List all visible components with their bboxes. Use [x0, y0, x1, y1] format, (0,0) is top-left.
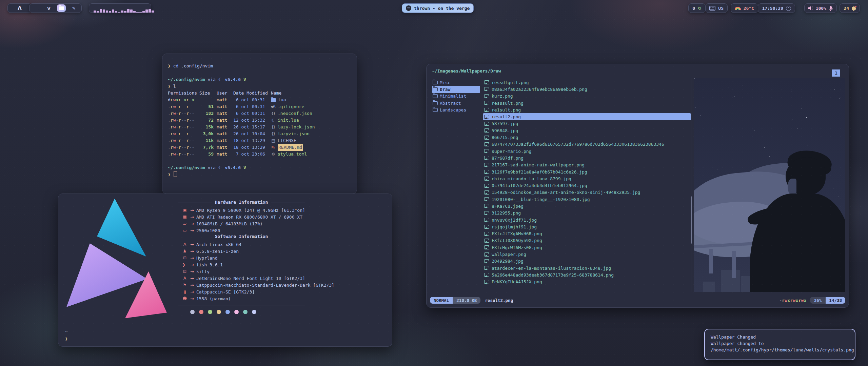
image-icon [484, 204, 489, 208]
active-window-title-widget[interactable]: thrown - on the verge [402, 3, 474, 13]
file-item[interactable]: FXfcII0X0AQyn9X.png [483, 237, 691, 244]
json-icon: {} [271, 110, 276, 117]
folder-icon [59, 6, 64, 10]
logo-triangle-purple [66, 243, 147, 307]
image-icon [484, 273, 489, 277]
fetch-info-row: ☻→1558 (pacman) [178, 295, 305, 302]
file-item[interactable]: ressdfgult.png [483, 79, 691, 86]
folder-open-icon [433, 101, 438, 105]
image-icon [484, 190, 489, 195]
file-item[interactable]: super-mario.png [483, 148, 691, 155]
keyboard-icon [709, 6, 715, 11]
image-icon [484, 218, 489, 222]
file-item[interactable]: 154928-odinokoe_anime-art-anime-okno-sin… [483, 189, 691, 196]
weather-widget[interactable]: 26°C [731, 3, 758, 13]
keyboard-layout-widget[interactable]: US [705, 3, 728, 13]
workspace-paint[interactable]: ✎ [70, 6, 78, 11]
workspace-vim[interactable]: V [45, 6, 53, 11]
clock-widget[interactable]: 17:50:29 [758, 3, 795, 13]
updates-widget[interactable]: 0 ↻ [688, 3, 706, 13]
selected-file-name: result2.png [485, 298, 513, 303]
sidebar-item-minimalist[interactable]: Minimalist [432, 93, 480, 100]
hardware-rows: ▣→AMD Ryzen 9 5900X (24) @ 4.9GHz [61.3°… [178, 207, 305, 234]
file-item[interactable]: 3126f7e9bbf21a8a4af0b67b041c6e26.jpg [483, 168, 691, 175]
app-launcher-button[interactable]: Λ [7, 3, 32, 13]
scrollbar-thumb[interactable] [691, 196, 692, 244]
file-item[interactable]: 19201080-__blue-tinge__-1920×1080.jpg [483, 196, 691, 203]
tab-indicator[interactable]: 1 [832, 69, 840, 77]
file-item[interactable]: nnvuv0xj2df71.jpg [483, 217, 691, 223]
sidebar-item-misc[interactable]: Misc [432, 79, 480, 86]
file-item[interactable]: EeNKYgIUcAAJ5JX.png [483, 279, 691, 285]
image-icon [484, 94, 489, 98]
notification-title: Wallpaper Changed [711, 334, 849, 340]
file-item[interactable]: resssult.png [483, 100, 691, 106]
star [769, 156, 770, 157]
file-item[interactable]: FXfcJlTXgAMvH6R.png [483, 230, 691, 237]
star [754, 130, 754, 130]
column-divider [691, 78, 691, 292]
terminal-window[interactable]: ❯ cd .config/nvim ~/.config/nvim via ☾ v… [162, 54, 357, 194]
star [838, 197, 839, 197]
file-item[interactable]: 0c794faf07de24a4db4d4fb1eb813964.jpg [483, 182, 691, 189]
preview-building [703, 282, 715, 292]
terminal-command-line: ❯ l [168, 83, 357, 90]
logo-triangle-cyan [97, 199, 146, 262]
file-item[interactable]: 596848.jpg [483, 127, 691, 134]
shell-prompt[interactable]: ~ ❯ [65, 328, 68, 342]
image-icon [484, 108, 489, 112]
file-item[interactable]: 68747470733a2f2f696d616765732d7769786d70… [483, 141, 691, 148]
ls-row: .rw-r--r--72matt12 oct 15:32☾init.lua [168, 117, 357, 124]
file-item[interactable]: 866715.png [483, 134, 691, 141]
prompt-status-line: ~/.config/nvim via ☾ v5.4.6 V [168, 76, 357, 83]
file-item[interactable]: wallpaper.png [483, 251, 691, 258]
file-item[interactable]: 8FKa7Cu.jpeg [483, 203, 691, 209]
spotify-icon [406, 5, 411, 11]
terminal-prompt[interactable]: ❯ [168, 171, 357, 178]
star [701, 115, 701, 116]
file-item[interactable]: 87r687df.png [483, 155, 691, 161]
file-manager-window[interactable]: ~/Imagenes/Wallpapers/Draw 1 MiscDrawMin… [426, 64, 849, 308]
notifications-widget[interactable]: 24 [840, 3, 860, 13]
star [801, 108, 802, 109]
git-icon: git [271, 103, 276, 110]
fetch-info-row: ❯_→fish 3.6.1 [178, 261, 305, 268]
notification-toast[interactable]: Wallpaper Changed Wallpaper changed to /… [704, 329, 855, 360]
star [806, 117, 807, 118]
volume-widget[interactable]: 100% [804, 3, 837, 13]
file-item[interactable]: rsjqojlmjhf91.jpg [483, 223, 691, 230]
folder-icon [271, 98, 276, 102]
star [695, 107, 696, 107]
file-item[interactable]: result2.png [483, 113, 691, 120]
json-icon: {} [271, 124, 276, 130]
gear-icon: ⚙ [271, 151, 276, 158]
sidebar-item-abstract[interactable]: Abstract [432, 100, 480, 106]
image-icon [484, 156, 489, 160]
ls-row: .rw-r--r--15kmatt26 oct 15:17{}lazy-lock… [168, 124, 357, 130]
file-item[interactable]: 3122955.png [483, 210, 691, 217]
file-item[interactable]: re1sult.png [483, 106, 691, 113]
sidebar-item-draw[interactable]: Draw [432, 86, 480, 93]
file-item[interactable]: kurz.png [483, 93, 691, 100]
file-item[interactable]: 08a634fa02a32364f69ebc86a98eb1eb.png [483, 86, 691, 93]
star [792, 120, 793, 120]
star [721, 149, 721, 150]
star [743, 85, 743, 85]
sidebar-item-landscapes[interactable]: Landscapes [432, 106, 480, 113]
file-size-badge: 218.8 KB [453, 297, 480, 304]
file-item[interactable]: chica-mirando-la-luna-8799.jpg [483, 175, 691, 182]
workspace-files-active[interactable] [57, 4, 66, 12]
palette-dot [217, 310, 221, 314]
cpu-graph-widget[interactable] [89, 3, 151, 13]
image-icon [484, 184, 489, 188]
fastfetch-window[interactable]: Hardware Information ▣→AMD Ryzen 9 5900X… [58, 194, 392, 347]
gpu-icon: ▦ [182, 215, 188, 219]
file-item[interactable]: 20492984.jpg [483, 258, 691, 265]
file-item[interactable]: FXfcHgcWIAMzs0G.png [483, 244, 691, 251]
file-item[interactable]: 217167-sad-anime-rain-wallpaper.png [483, 162, 691, 168]
image-icon [484, 122, 489, 126]
file-item[interactable]: 587597.jpg [483, 120, 691, 127]
file-item[interactable]: 5a266e448add93deab367d87173e9f25-6837886… [483, 271, 691, 278]
image-icon [484, 232, 489, 236]
file-item[interactable]: atardecer-en-la-montanas-ilustracion-634… [483, 265, 691, 271]
